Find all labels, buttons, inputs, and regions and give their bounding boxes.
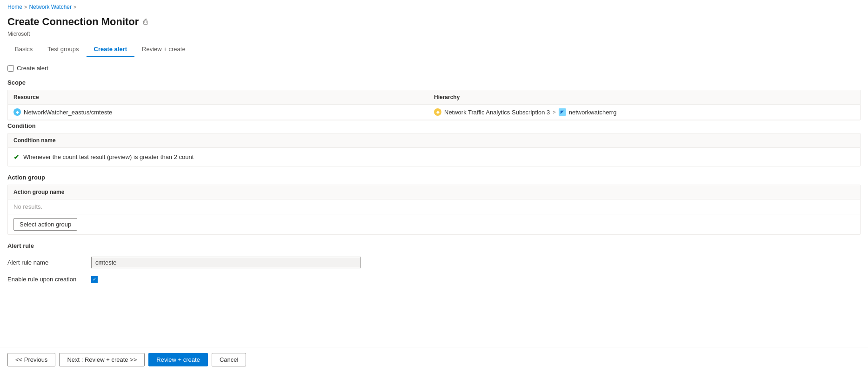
enable-rule-label: Enable rule upon creation <box>7 272 91 286</box>
condition-label: Condition <box>7 122 861 129</box>
scope-table-row: ◆ NetworkWatcher_eastus/cmteste ◆ Networ… <box>8 105 860 120</box>
resource-name: NetworkWatcher_eastus/cmteste <box>24 109 112 116</box>
alert-rule-name-input[interactable] <box>91 257 361 268</box>
action-group-label: Action group <box>7 174 861 181</box>
action-group-section: Action group Action group name No result… <box>7 174 861 235</box>
page-title: Create Connection Monitor <box>7 16 139 28</box>
alert-rule-grid: Alert rule name Enable rule upon creatio… <box>7 253 861 286</box>
condition-check-icon: ✔ <box>13 153 20 161</box>
enable-rule-checkbox[interactable]: ✓ <box>91 276 98 283</box>
condition-section: Condition Condition name ✔ Whenever the … <box>7 122 861 166</box>
breadcrumb-network-watcher[interactable]: Network Watcher <box>29 4 72 10</box>
scope-section: Scope Resource Hierarchy ◆ NetworkWatche… <box>7 79 861 120</box>
tab-create-alert[interactable]: Create alert <box>87 42 135 57</box>
breadcrumb-sep1: > <box>24 4 27 10</box>
create-alert-checkbox[interactable] <box>7 65 14 72</box>
subscription-icon: ◆ <box>434 108 441 116</box>
condition-row: ✔ Whenever the count test result (previe… <box>8 148 860 166</box>
alert-rule-label: Alert rule <box>7 242 861 249</box>
resource-cell: ◆ NetworkWatcher_eastus/cmteste <box>13 108 434 116</box>
breadcrumb: Home > Network Watcher > <box>0 0 868 14</box>
condition-text: Whenever the count test result (preview)… <box>23 153 194 160</box>
subscription-name: Network Traffic Analytics Subscription 3 <box>444 109 550 116</box>
tab-review-create[interactable]: Review + create <box>134 42 193 57</box>
ag-no-results: No results. <box>8 199 860 214</box>
tab-test-groups[interactable]: Test groups <box>40 42 86 57</box>
scope-table: Resource Hierarchy ◆ NetworkWatcher_east… <box>7 90 861 120</box>
condition-box: Condition name ✔ Whenever the count test… <box>7 133 861 166</box>
alert-rule-name-input-wrapper <box>91 253 861 272</box>
select-action-group-button[interactable]: Select action group <box>13 218 77 231</box>
breadcrumb-home[interactable]: Home <box>7 4 22 10</box>
tab-basics[interactable]: Basics <box>7 42 40 57</box>
alert-rule-name-label: Alert rule name <box>7 253 91 272</box>
page-header: Create Connection Monitor ⎙ <box>0 14 868 31</box>
page-subtitle: Microsoft <box>0 31 868 42</box>
condition-name-header: Condition name <box>8 133 860 148</box>
resource-icon: ◆ <box>13 108 21 116</box>
breadcrumb-sep2: > <box>73 4 76 10</box>
tabs-bar: Basics Test groups Create alert Review +… <box>0 42 868 57</box>
ag-footer: Select action group <box>8 214 860 234</box>
rg-name: networkwatcherrg <box>569 109 617 116</box>
enable-rule-checkbox-wrapper: ✓ <box>91 272 861 286</box>
main-content: Create alert Scope Resource Hierarchy ◆ … <box>0 57 868 331</box>
scope-table-header: Resource Hierarchy <box>8 90 860 105</box>
scope-label: Scope <box>7 79 861 86</box>
ag-name-header: Action group name <box>8 185 860 199</box>
create-alert-checkbox-wrapper[interactable]: Create alert <box>7 65 48 72</box>
alert-rule-section: Alert rule Alert rule name Enable rule u… <box>7 242 861 286</box>
hierarchy-col-header: Hierarchy <box>434 94 855 100</box>
create-alert-label: Create alert <box>17 65 48 72</box>
action-group-box: Action group name No results. Select act… <box>7 185 861 235</box>
print-icon[interactable]: ⎙ <box>143 18 148 26</box>
create-alert-row: Create alert <box>7 65 861 72</box>
hierarchy-cell: ◆ Network Traffic Analytics Subscription… <box>434 108 855 116</box>
rg-icon: ◤ <box>559 108 566 116</box>
resource-col-header: Resource <box>13 94 434 100</box>
hierarchy-chevron: > <box>553 109 555 115</box>
